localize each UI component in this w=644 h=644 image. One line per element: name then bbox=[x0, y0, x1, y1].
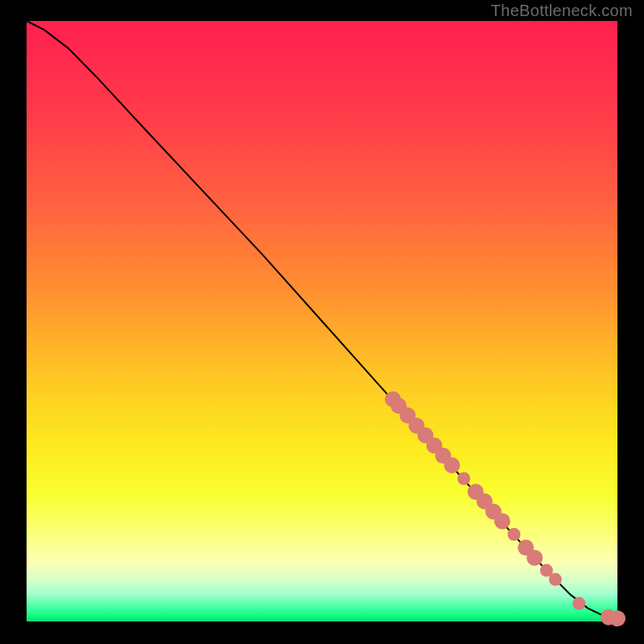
data-marker bbox=[549, 573, 562, 586]
chart-container: TheBottleneck.com bbox=[0, 0, 644, 644]
data-marker bbox=[572, 597, 585, 610]
data-marker bbox=[508, 528, 521, 541]
data-marker bbox=[526, 550, 543, 566]
data-marker bbox=[609, 610, 625, 626]
data-marker bbox=[457, 473, 470, 485]
data-marker bbox=[444, 457, 460, 473]
chart-svg bbox=[0, 0, 644, 644]
watermark-text: TheBottleneck.com bbox=[491, 2, 633, 20]
data-marker bbox=[494, 513, 510, 529]
